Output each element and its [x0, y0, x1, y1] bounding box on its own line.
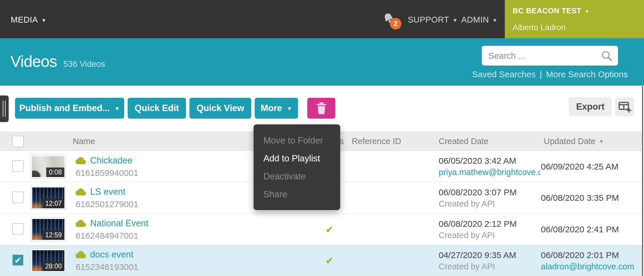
video-name-link[interactable]: docs event	[90, 249, 133, 260]
page-title: Videos	[10, 52, 57, 71]
created-by-link[interactable]: priya.mathew@brightcove.co	[439, 168, 540, 177]
more-actions-button[interactable]: More ▼	[255, 98, 298, 119]
video-name-link[interactable]: Chickadee	[90, 155, 132, 166]
column-header-hidden-fragment: s	[340, 132, 344, 150]
trash-icon	[316, 102, 327, 115]
column-header-created-date[interactable]: Created Date	[439, 132, 489, 150]
video-thumbnail[interactable]: 0:08	[31, 155, 66, 179]
video-thumbnail[interactable]: 28:00	[31, 249, 66, 273]
column-header-name[interactable]: Name	[73, 132, 95, 150]
shared-cloud-icon	[76, 251, 86, 258]
chevron-down-icon: ▼	[287, 106, 292, 111]
more-label: More	[261, 103, 282, 113]
chevron-down-icon: ▼	[41, 18, 46, 23]
video-name-link[interactable]: LS event	[90, 187, 125, 197]
chevron-down-icon: ▼	[453, 18, 457, 23]
quick-view-label: Quick View	[197, 103, 244, 113]
videos-module-page: MEDIA ▼ 2 SUPPORT ▼ ADMIN ▼ BC BEACON TE…	[0, 0, 644, 276]
row-checkbox-checked[interactable]: ✔	[12, 254, 24, 266]
menu-item-share: Share	[254, 185, 340, 203]
more-search-options-link[interactable]: More Search Options	[546, 69, 628, 79]
menu-item-deactivate: Deactivate	[254, 168, 340, 185]
video-thumbnail[interactable]: 12:59	[31, 218, 66, 241]
shared-cloud-icon	[76, 188, 86, 196]
search-input[interactable]	[488, 46, 598, 65]
nav-support-label: SUPPORT	[408, 15, 449, 25]
chevron-down-icon: ▼	[492, 18, 497, 23]
top-nav-bar: MEDIA ▼ 2 SUPPORT ▼ ADMIN ▼ BC BEACON TE…	[0, 0, 644, 39]
sidebar-collapse-handle[interactable]	[0, 95, 9, 122]
account-switcher[interactable]: BC BEACON TEST ▼ Alberto Ladron	[505, 0, 644, 38]
created-date: 06/08/2020 2:12 PM	[439, 219, 540, 229]
saved-searches-link[interactable]: Saved Searches	[472, 69, 536, 79]
more-actions-dropdown: Move to Folder Add to Playlist Deactivat…	[254, 124, 340, 210]
quick-edit-button[interactable]: Quick Edit	[128, 98, 186, 119]
row-checkbox[interactable]	[12, 223, 24, 235]
shared-cloud-icon	[76, 157, 86, 164]
duration-badge: 12:07	[42, 199, 64, 208]
updated-date-label: Updated Date	[544, 137, 595, 146]
export-button[interactable]: Export	[569, 97, 612, 116]
nav-admin-label: ADMIN	[461, 15, 489, 25]
quick-view-button[interactable]: Quick View	[189, 98, 251, 119]
updated-date: 06/09/2020 4:25 AM	[541, 162, 640, 172]
export-label: Export	[576, 102, 604, 112]
chevron-down-icon: ▼	[114, 106, 120, 111]
status-check-icon: ✔	[323, 214, 336, 245]
duration-badge: 12:59	[42, 230, 64, 240]
row-checkbox[interactable]	[12, 160, 24, 172]
nav-support-menu[interactable]: SUPPORT ▼	[408, 0, 458, 39]
notification-count-badge: 2	[390, 18, 401, 30]
scrollbar[interactable]	[642, 86, 643, 276]
select-all-checkbox[interactable]	[12, 136, 24, 147]
nav-media-menu[interactable]: MEDIA ▼	[11, 0, 46, 39]
link-separator: |	[540, 69, 542, 79]
menu-item-move-to-folder: Move to Folder	[254, 132, 340, 150]
video-id: 6162501279001	[76, 199, 138, 209]
page-header: Videos 536 Videos Saved Searches | More …	[0, 38, 644, 86]
delete-button[interactable]	[307, 98, 335, 119]
table-row-selected: ✔ 28:00 docs event 6152348193001 ✔ 04/27…	[0, 245, 642, 276]
created-date: 06/08/2020 3:07 PM	[439, 187, 540, 197]
notifications-button[interactable]: 2	[382, 12, 402, 30]
updated-date: 06/08/2020 2:41 PM	[541, 225, 640, 234]
video-count: 536 Videos	[63, 59, 105, 69]
nav-media-label: MEDIA	[11, 15, 38, 25]
account-name-label: BC BEACON TEST	[513, 6, 581, 15]
video-id: 6161859940001	[76, 168, 138, 178]
chevron-down-icon: ▼	[585, 9, 589, 14]
publish-and-embed-button[interactable]: Publish and Embed... ▼	[15, 98, 124, 119]
updated-by-link[interactable]: aladron@brightcove.com	[541, 262, 640, 271]
row-checkbox[interactable]	[12, 192, 24, 203]
created-date: 06/05/2020 3:42 AM	[439, 156, 540, 166]
column-header-updated-date[interactable]: Updated Date ▼	[544, 132, 604, 150]
search-box	[482, 46, 618, 66]
edit-columns-button[interactable]	[615, 97, 634, 116]
video-name-link[interactable]: National Event	[90, 218, 148, 229]
nav-admin-menu[interactable]: ADMIN ▼	[461, 0, 497, 39]
menu-item-add-to-playlist[interactable]: Add to Playlist	[254, 150, 340, 168]
column-header-reference-id[interactable]: Reference ID	[352, 132, 401, 150]
video-id: 6162484947001	[76, 231, 148, 241]
duration-badge: 0:08	[46, 168, 64, 177]
created-by: Created by API	[439, 199, 540, 209]
created-date: 04/27/2020 9:35 AM	[439, 250, 540, 260]
publish-and-embed-label: Publish and Embed...	[19, 103, 110, 113]
duration-badge: 28:00	[42, 262, 64, 271]
search-icon[interactable]	[601, 50, 613, 62]
checkbox-check-icon: ✔	[14, 255, 21, 265]
quick-edit-label: Quick Edit	[135, 103, 179, 113]
shared-cloud-icon	[76, 220, 86, 227]
updated-date: 06/08/2020 3:35 PM	[541, 193, 640, 203]
user-name-label: Alberto Ladron	[513, 23, 644, 32]
video-thumbnail[interactable]: 12:07	[31, 186, 66, 210]
video-id: 6152348193001	[76, 262, 138, 272]
created-by: Created by API	[439, 231, 540, 240]
sort-descending-icon: ▼	[599, 139, 604, 145]
table-row: 12:59 National Event 6162484947001 ✔ 06/…	[0, 214, 642, 245]
status-check-icon: ✔	[323, 246, 336, 276]
add-column-icon	[618, 101, 631, 113]
created-by: Created by API	[439, 262, 540, 271]
updated-date: 06/08/2020 2:01 PM	[541, 250, 640, 260]
